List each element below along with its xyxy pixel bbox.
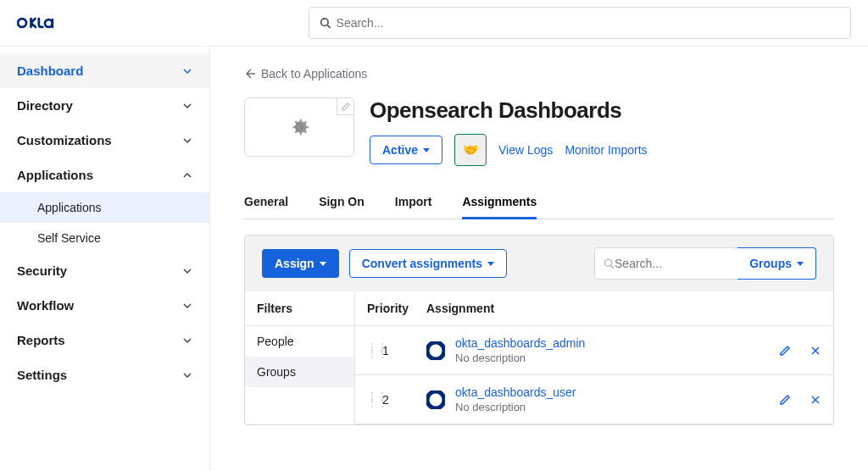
nav-reports[interactable]: Reports xyxy=(0,323,209,357)
assignment-desc: No description xyxy=(455,401,779,413)
tab-assignments[interactable]: Assignments xyxy=(462,186,537,219)
nav-customizations[interactable]: Customizations xyxy=(0,123,209,158)
caret-down-icon xyxy=(487,262,494,266)
svg-point-0 xyxy=(18,19,26,27)
group-avatar-icon xyxy=(426,341,445,360)
assignment-desc: No description xyxy=(455,352,779,364)
filter-people[interactable]: People xyxy=(245,326,354,357)
chevron-down-icon xyxy=(182,335,192,346)
drag-handle[interactable]: ⋮⋮⋮⋮ xyxy=(367,345,377,357)
tab-general[interactable]: General xyxy=(244,186,288,219)
global-search-input[interactable] xyxy=(337,16,840,30)
search-icon xyxy=(604,258,615,269)
edit-icon[interactable] xyxy=(779,345,791,357)
nav-label: Applications xyxy=(17,168,93,182)
filter-groups[interactable]: Groups xyxy=(245,357,354,387)
global-search[interactable] xyxy=(309,7,851,39)
convert-label: Convert assignments xyxy=(362,257,482,270)
nav-label: Dashboard xyxy=(17,64,83,78)
tabs: General Sign On Import Assignments xyxy=(244,186,834,219)
chevron-up-icon xyxy=(182,170,192,180)
nav-security[interactable]: Security xyxy=(0,253,209,288)
nav-dashboard[interactable]: Dashboard xyxy=(0,53,209,88)
remove-icon[interactable] xyxy=(810,394,821,406)
group-avatar-icon xyxy=(426,391,445,409)
chevron-down-icon xyxy=(182,101,192,111)
row-priority: 1 xyxy=(382,344,426,357)
handshake-icon: 🤝 xyxy=(463,142,479,158)
chevron-down-icon xyxy=(182,136,192,146)
chevron-down-icon xyxy=(182,266,192,276)
nav-sub-self-service[interactable]: Self Service xyxy=(0,223,209,253)
assign-button[interactable]: Assign xyxy=(262,249,339,278)
assignment-name[interactable]: okta_dashboards_admin xyxy=(455,336,779,350)
status-label: Active xyxy=(382,143,418,157)
nav-workflow[interactable]: Workflow xyxy=(0,288,209,323)
nav-label: Directory xyxy=(17,98,73,113)
search-icon xyxy=(320,17,331,29)
nav-label: Reports xyxy=(17,333,65,347)
assignments-search-input[interactable] xyxy=(615,257,729,270)
tab-import[interactable]: Import xyxy=(395,186,432,219)
table-row: ⋮⋮⋮⋮ 1 okta_dashboards_admin No descript… xyxy=(355,326,833,375)
svg-point-2 xyxy=(321,19,328,25)
chevron-down-icon xyxy=(182,66,192,76)
svg-line-5 xyxy=(611,265,614,268)
remove-icon[interactable] xyxy=(810,345,821,357)
groups-filter-button[interactable]: Groups xyxy=(737,247,816,280)
status-dropdown[interactable]: Active xyxy=(370,136,442,164)
edit-icon[interactable] xyxy=(779,394,791,406)
chevron-down-icon xyxy=(182,301,192,311)
filters-header: Filters xyxy=(245,291,354,326)
nav-label: Workflow xyxy=(17,298,74,313)
assign-label: Assign xyxy=(275,257,314,270)
gear-icon xyxy=(287,114,312,140)
svg-point-4 xyxy=(605,259,612,266)
svg-line-3 xyxy=(327,25,330,28)
arrow-left-icon xyxy=(244,68,256,80)
back-to-applications[interactable]: Back to Applications xyxy=(244,67,367,80)
monitor-imports-link[interactable]: Monitor Imports xyxy=(565,143,647,157)
drag-handle[interactable]: ⋮⋮⋮⋮ xyxy=(367,394,377,406)
convert-assignments-button[interactable]: Convert assignments xyxy=(349,249,507,278)
app-logo xyxy=(244,97,354,157)
sidebar: Dashboard Directory Customizations Appli… xyxy=(0,47,210,471)
handshake-button[interactable]: 🤝 xyxy=(454,134,487,166)
assignments-search[interactable] xyxy=(594,247,738,280)
nav-sub-applications[interactable]: Applications xyxy=(0,192,209,223)
nav-settings[interactable]: Settings xyxy=(0,357,209,392)
tab-sign-on[interactable]: Sign On xyxy=(319,186,364,219)
view-logs-link[interactable]: View Logs xyxy=(498,143,553,157)
assignment-name[interactable]: okta_dashboards_user xyxy=(455,385,779,399)
nav-directory[interactable]: Directory xyxy=(0,88,209,123)
svg-point-7 xyxy=(427,391,444,408)
caret-down-icon xyxy=(423,148,430,152)
nav-label: Customizations xyxy=(17,133,112,147)
nav-applications[interactable]: Applications xyxy=(0,158,209,192)
svg-point-6 xyxy=(427,342,444,359)
edit-logo-button[interactable] xyxy=(337,98,353,115)
nav-label: Security xyxy=(17,263,67,278)
groups-label: Groups xyxy=(749,257,792,270)
caret-down-icon xyxy=(320,262,326,266)
pencil-icon xyxy=(342,103,350,111)
caret-down-icon xyxy=(797,262,804,266)
back-label: Back to Applications xyxy=(261,67,367,80)
nav-label: Settings xyxy=(17,368,67,382)
col-assignment: Assignment xyxy=(426,302,745,315)
okta-logo xyxy=(17,11,54,35)
row-priority: 2 xyxy=(382,393,426,407)
app-title: Opensearch Dashboards xyxy=(370,97,648,124)
table-row: ⋮⋮⋮⋮ 2 okta_dashboards_user No descripti… xyxy=(355,375,833,424)
chevron-down-icon xyxy=(182,370,192,380)
col-priority: Priority xyxy=(367,302,426,315)
